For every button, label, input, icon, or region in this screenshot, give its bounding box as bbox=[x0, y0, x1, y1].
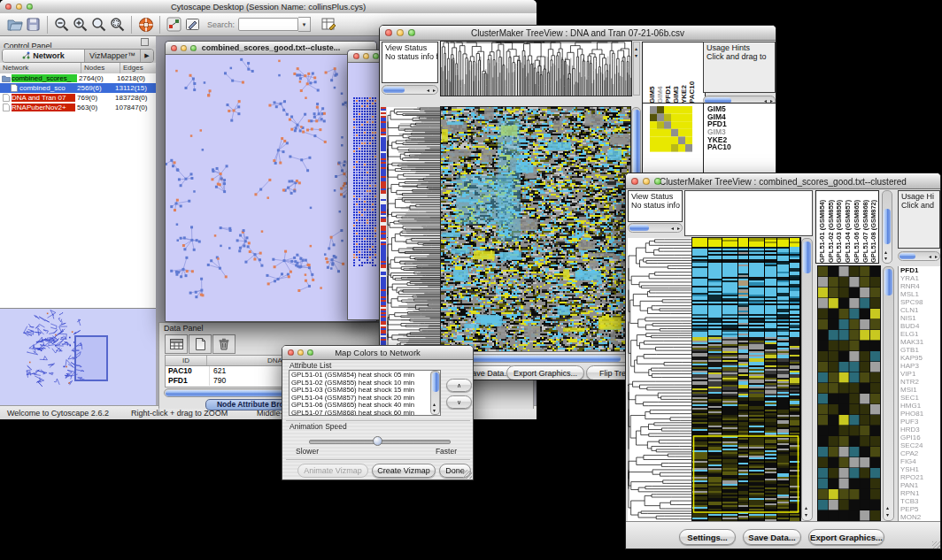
gene-label[interactable]: YSH1 bbox=[900, 465, 941, 473]
column-label[interactable]: GPL51-06 (GSM865) bbox=[853, 191, 861, 263]
close-button[interactable] bbox=[385, 29, 392, 36]
gene-label[interactable]: MSL1 bbox=[900, 290, 941, 298]
gene-label[interactable]: GTB1 bbox=[900, 346, 941, 354]
column-tree-scroll-strip[interactable]: ▴▾ bbox=[633, 42, 640, 96]
gene-label[interactable]: CPA2 bbox=[900, 449, 941, 457]
network-canvas[interactable] bbox=[166, 54, 376, 321]
column-label[interactable]: GPL51-07 (GSM868) bbox=[861, 191, 870, 263]
column-label[interactable]: GPL51-04 (GSM857) bbox=[844, 191, 853, 263]
search-input[interactable] bbox=[238, 18, 298, 31]
column-label[interactable]: GPL51-03 (GSM856) bbox=[835, 191, 844, 263]
gene-label[interactable]: SEC24 bbox=[900, 441, 941, 449]
dialog-titlebar[interactable]: Map Colors to Network bbox=[282, 346, 473, 360]
delete-attribute-button[interactable] bbox=[212, 334, 236, 354]
gene-label[interactable]: PFD1 bbox=[900, 266, 941, 274]
animation-speed-slider[interactable] bbox=[309, 436, 449, 445]
gene-label[interactable]: RPO21 bbox=[900, 473, 941, 481]
network-row[interactable]: combined_scores_ 2764(0) 16218(0) bbox=[0, 73, 156, 83]
attribute-list-item[interactable]: GPL51-07 (GSM868) heat shock 60 min bbox=[291, 410, 438, 416]
treeview2-titlebar[interactable]: ClusterMaker TreeView : combined_scores_… bbox=[626, 173, 940, 189]
column-label[interactable]: GIM3 bbox=[672, 42, 680, 104]
attribute-list-item[interactable]: GPL51-02 (GSM855) heat shock 10 min bbox=[291, 380, 438, 387]
gene-label[interactable]: NTR2 bbox=[900, 378, 941, 386]
minimize-button[interactable] bbox=[181, 45, 187, 51]
column-labels-vscrollbar[interactable]: ▴▾ bbox=[882, 190, 892, 264]
annotation-icon[interactable] bbox=[183, 15, 202, 34]
main-titlebar[interactable]: Cytoscape Desktop (Session Name: collins… bbox=[0, 0, 537, 14]
similarity-matrix-canvas[interactable] bbox=[650, 106, 692, 152]
gene-label[interactable]: HRD3 bbox=[900, 426, 941, 433]
network-row[interactable]: DNA and Tran 07 769(0) 183728(0) bbox=[0, 93, 156, 103]
attribute-list-vscrollbar[interactable]: ▴▾ bbox=[430, 371, 440, 415]
zoom-selected-icon[interactable] bbox=[108, 15, 127, 34]
column-header-nodes[interactable]: Nodes bbox=[81, 63, 120, 73]
column-dendrogram-canvas[interactable] bbox=[441, 42, 631, 96]
gene-label[interactable]: FIG4 bbox=[900, 457, 941, 465]
column-label[interactable]: GPL51-01 (GSM854) bbox=[818, 191, 827, 263]
gene-label[interactable]: MON2 bbox=[900, 513, 941, 521]
gene-label[interactable]: YRA1 bbox=[900, 274, 941, 282]
resize-grip[interactable] bbox=[931, 541, 941, 549]
attribute-list-item[interactable]: GPL51-01 (GSM854) heat shock 05 min bbox=[291, 372, 438, 380]
attribute-list-item[interactable]: GPL51-06 (GSM865) heat shock 40 min bbox=[291, 402, 438, 410]
attribute-list-item[interactable]: GPL51-03 (GSM856) heat shock 15 min bbox=[291, 387, 438, 395]
create-vizmap-button[interactable]: Create Vizmap bbox=[372, 464, 436, 478]
minimize-button[interactable] bbox=[397, 29, 404, 36]
attribute-browser-icon[interactable] bbox=[320, 15, 338, 34]
settings-button[interactable]: Settings... bbox=[679, 529, 736, 545]
gene-label[interactable]: RNR4 bbox=[900, 282, 941, 290]
search-dropdown-arrow[interactable]: ▾ bbox=[298, 17, 311, 32]
slider-thumb[interactable] bbox=[373, 436, 382, 446]
gene-label[interactable]: HAP3 bbox=[900, 362, 941, 370]
network-window-titlebar[interactable]: combined_scores_good.txt--cluste... bbox=[166, 42, 376, 55]
row-dendrogram-canvas[interactable] bbox=[628, 238, 692, 521]
modify-network-icon[interactable] bbox=[165, 15, 183, 34]
row-dendrogram-canvas[interactable] bbox=[387, 107, 441, 351]
attr-column-id[interactable]: ID bbox=[166, 356, 207, 365]
gene-label[interactable]: PHO81 bbox=[900, 410, 941, 418]
view-status-scrollbar[interactable]: ◂▸ bbox=[382, 85, 438, 95]
gene-label[interactable]: HMG1 bbox=[900, 402, 941, 410]
resize-grip[interactable] bbox=[462, 469, 473, 479]
export-graphics-button[interactable]: Export Graphics... bbox=[808, 529, 884, 545]
heatmap-canvas[interactable] bbox=[692, 238, 800, 521]
gene-label[interactable]: SPC98 bbox=[900, 298, 941, 306]
new-attribute-button[interactable] bbox=[189, 334, 212, 354]
column-header-network[interactable]: Network bbox=[0, 63, 81, 73]
gene-label[interactable]: BUD4 bbox=[900, 322, 941, 330]
column-label[interactable]: GPL51-02 (GSM855) bbox=[827, 191, 836, 263]
usage-hints-scrollbar[interactable]: ◂▸ bbox=[898, 251, 940, 261]
move-attribute-up-button[interactable]: ∧ bbox=[446, 379, 472, 392]
move-attribute-down-button[interactable]: ∨ bbox=[446, 395, 472, 409]
attribute-listbox[interactable]: GPL51-01 (GSM854) heat shock 05 minGPL51… bbox=[289, 370, 441, 416]
tab-overflow-arrow[interactable]: ▶ bbox=[141, 50, 153, 62]
close-button[interactable] bbox=[631, 178, 638, 185]
save-data-button[interactable]: Save Data... bbox=[743, 529, 801, 545]
close-button[interactable] bbox=[288, 349, 294, 356]
gene-label[interactable]: KAP95 bbox=[900, 354, 941, 362]
open-session-icon[interactable] bbox=[5, 15, 24, 34]
gene-label[interactable]: GPI16 bbox=[900, 433, 941, 441]
gene-label[interactable]: PUF3 bbox=[900, 418, 941, 426]
view-status-scrollbar[interactable]: ◂▸ bbox=[628, 223, 683, 233]
gene-label[interactable]: MSI1 bbox=[900, 386, 941, 394]
network-row[interactable]: RNAPuberNov2+ 563(0) 107847(0) bbox=[0, 103, 156, 112]
column-label[interactable]: GPL51-08 (GSM872) bbox=[869, 191, 878, 263]
export-graphics-button[interactable]: Export Graphics... bbox=[506, 365, 584, 380]
gene-label[interactable]: NIS1 bbox=[900, 314, 941, 322]
network-overview-panel[interactable] bbox=[0, 308, 156, 405]
close-button[interactable] bbox=[171, 45, 177, 51]
zoomed-heatmap-vscrollbar[interactable]: ▴▾ bbox=[883, 266, 894, 521]
attribute-list-item[interactable]: GPL51-04 (GSM857) heat shock 20 min bbox=[291, 395, 438, 403]
gene-label[interactable]: CLN1 bbox=[900, 306, 941, 314]
tab-vizmapper[interactable]: VizMapper™ bbox=[85, 50, 141, 62]
gene-label[interactable]: TCB3 bbox=[900, 497, 941, 505]
gene-label[interactable]: RPN1 bbox=[900, 489, 941, 497]
gene-label[interactable]: VIP1 bbox=[900, 370, 941, 378]
column-label[interactable]: PAC10 bbox=[688, 42, 696, 104]
create-table-button[interactable] bbox=[165, 334, 188, 354]
minimize-button[interactable] bbox=[363, 53, 369, 59]
animate-vizmap-button[interactable]: Animate Vizmap bbox=[297, 464, 368, 478]
treeview1-titlebar[interactable]: ClusterMaker TreeView : DNA and Tran 07-… bbox=[380, 26, 776, 41]
zoom-button[interactable] bbox=[307, 349, 313, 356]
